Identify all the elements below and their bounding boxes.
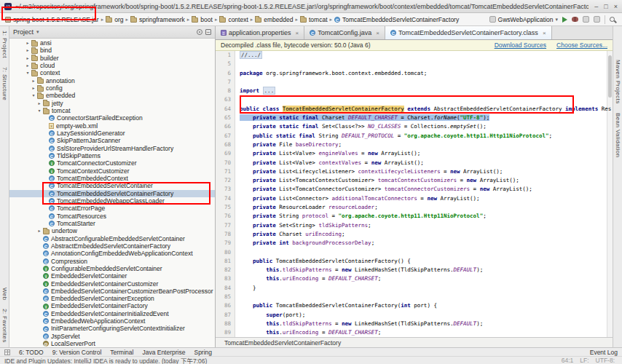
search-icon[interactable] [610, 17, 615, 22]
tree-item-embeddedservletcontainercustomizerbeanpostprocessor[interactable]: CEmbeddedServletContainerCustomizerBeanP… [9, 288, 215, 295]
tool-window-button-1-project[interactable]: 1: Project [1, 26, 8, 63]
tree-item-tomcatembeddedcontext[interactable]: CTomcatEmbeddedContext [9, 175, 215, 182]
code-token: emptySet [450, 123, 476, 130]
tree-toggle-icon[interactable]: ▸ [30, 77, 37, 84]
tool-window-button-7-structure[interactable]: 7: Structure [1, 63, 8, 105]
tool-windows-icon[interactable] [4, 349, 10, 355]
code-line-content: private static final Charset DEFAULT_CHA… [240, 114, 489, 121]
breadcrumb-item-embedded[interactable]: embedded [253, 15, 294, 24]
tool-window-button-2-favorites[interactable]: 2: Favorites [1, 304, 8, 347]
breadcrumb-item-tomcatembeddedservletcontainerfactory[interactable]: CTomcatEmbeddedServletContainerFactory [333, 15, 460, 24]
tree-item-embeddedservletcontainercustomizer[interactable]: IEmbeddedServletContainerCustomizer [9, 280, 215, 288]
tree-item-tldskippatterns[interactable]: CTldSkipPatterns [9, 152, 215, 159]
tree-item-ansi[interactable]: ▸ansi [9, 39, 215, 47]
tab-close-icon[interactable]: × [376, 30, 379, 36]
tree-toggle-icon[interactable]: ▸ [24, 62, 31, 69]
tree-toggle-icon[interactable]: ▾ [30, 92, 37, 99]
tree-item-undertow[interactable]: ▸undertow [9, 227, 215, 234]
code-text [235, 60, 613, 68]
banner-link-choose-sources[interactable]: Choose Sources... [556, 41, 607, 49]
tree-toggle-icon[interactable]: ▸ [36, 227, 43, 234]
tree-item-embedded[interactable]: ▾embedded [9, 92, 215, 99]
tree-item-configurableembeddedservletcontainer[interactable]: IConfigurableEmbeddedServletContainer [9, 265, 215, 272]
tree-item-bind[interactable]: ▸bind [9, 47, 215, 54]
line-number: 1 [216, 51, 235, 60]
breadcrumb-item-springframework[interactable]: springframework [129, 15, 186, 24]
tree-item-tomcaterrorpage[interactable]: CTomcatErrorPage [9, 205, 215, 212]
breadcrumb-item-context[interactable]: context [218, 15, 249, 24]
tree-toggle-icon[interactable]: ▸ [24, 39, 31, 47]
tree-item-sslstoreproviderurlstreamhandlerfactory[interactable]: CSslStoreProviderUrlStreamHandlerFactory [9, 145, 215, 152]
code-token: DEFAULT_CHARSET [328, 329, 378, 336]
tree-item-embeddedservletcontainerfactory[interactable]: IEmbeddedServletContainerFactory [9, 302, 215, 309]
run-configuration-select[interactable]: GwsWebApplication ▾ [489, 16, 558, 23]
tree-item-embeddedservletcontainerexception[interactable]: CEmbeddedServletContainerException [9, 295, 215, 302]
tree-item-empty-web-xml[interactable]: xempty-web.xml [9, 122, 215, 130]
tree-item-tomcat[interactable]: ▾tomcat [9, 107, 215, 114]
tree-item-tomcatembeddedservletcontainer[interactable]: CTomcatEmbeddedServletContainer [9, 182, 215, 189]
tree-item-tomcatstarter[interactable]: CTomcatStarter [9, 220, 215, 227]
run-button[interactable] [562, 17, 567, 23]
tree-item-tomcatcontextcustomizer[interactable]: ITomcatContextCustomizer [9, 167, 215, 175]
breadcrumb-item-spring-boot-1-5-2-release-jar[interactable]: spring-boot-1.5.2.RELEASE.jar [4, 15, 101, 24]
tree-toggle-icon[interactable]: ▸ [24, 47, 31, 54]
tree-item-builder[interactable]: ▸builder [9, 55, 215, 62]
editor-tab-tomcatconfig-java[interactable]: CTomcatConfig.java× [304, 26, 385, 39]
tree-toggle-icon[interactable]: ▸ [24, 55, 31, 62]
debug-button[interactable] [572, 17, 578, 22]
tree-toggle-icon[interactable]: ▸ [30, 84, 37, 92]
collapse-all-icon[interactable]: – [205, 29, 211, 35]
tree-item-skippatternjarscanner[interactable]: CSkipPatternJarScanner [9, 137, 215, 144]
tree-item-annotation[interactable]: ▸annotation [9, 77, 215, 84]
tool-window-button-bean-validation[interactable]: Bean Validation [615, 108, 621, 162]
tool-window-button-6-todo[interactable]: 6: TODO [19, 349, 44, 356]
tree-toggle-icon[interactable]: ▾ [36, 107, 43, 114]
close-icon[interactable]: × [614, 3, 618, 10]
tree-item-annotationconfigembeddedwebapplicationcontext[interactable]: CAnnotationConfigEmbeddedWebApplicationC… [9, 250, 215, 257]
tree-item-connectorstartfailedexception[interactable]: CConnectorStartFailedException [9, 114, 215, 122]
tool-window-button-java-enterprise[interactable]: Java Enterprise [142, 349, 185, 356]
tree-item-embeddedwebapplicationcontext[interactable]: CEmbeddedWebApplicationContext [9, 317, 215, 325]
tool-window-button-9-version-control[interactable]: 9: Version Control [52, 349, 102, 356]
tree-item-embeddedservletcontainerinitializedevent[interactable]: CEmbeddedServletContainerInitializedEven… [9, 310, 215, 317]
tree-item-cloud[interactable]: ▸cloud [9, 62, 215, 69]
banner-link-download-sources[interactable]: Download Sources [495, 41, 546, 49]
tree-item-initparameterconfiguringservletcontextinitializer[interactable]: CInitParameterConfiguringServletContextI… [9, 325, 215, 332]
tree-toggle-icon[interactable]: ▸ [36, 100, 43, 107]
editor-tab-tomcatembeddedservletcontainerfactory-class[interactable]: CTomcatEmbeddedServletContainerFactory.c… [385, 26, 552, 39]
tree-item-tomcatresources[interactable]: CTomcatResources [9, 213, 215, 220]
stop-button[interactable] [594, 16, 600, 23]
tool-window-button-spring[interactable]: Spring [194, 349, 212, 356]
tree-item-embeddedservletcontainer[interactable]: IEmbeddedServletContainer [9, 272, 215, 280]
tree-item-compression[interactable]: CCompression [9, 258, 215, 265]
breadcrumb-item-boot[interactable]: boot [190, 15, 214, 24]
gear-icon[interactable] [197, 29, 202, 35]
breadcrumb-item-tomcat[interactable]: tomcat [299, 15, 329, 24]
chevron-down-icon[interactable]: ▾ [36, 29, 39, 35]
tree-item-abstractembeddedservletcontainerfactory[interactable]: CAbstractEmbeddedServletContainerFactory [9, 242, 215, 250]
code-editor[interactable]: 1//.../56package org.springframework.boo… [216, 51, 613, 337]
tab-close-icon[interactable]: × [296, 30, 299, 36]
editor-breadcrumb-item[interactable]: TomcatEmbeddedServletContainerFactory [224, 339, 341, 347]
minimize-icon[interactable]: – [594, 3, 598, 10]
coverage-button[interactable] [583, 16, 589, 23]
event-log-button[interactable]: Event Log [590, 349, 618, 356]
tree-item-abstractconfigurableembeddedservletcontainer[interactable]: CAbstractConfigurableEmbeddedServletCont… [9, 235, 215, 242]
tab-close-icon[interactable]: × [543, 30, 546, 36]
breadcrumb-item-org[interactable]: org [104, 15, 125, 24]
tree-item-config[interactable]: ▸config [9, 84, 215, 92]
tool-window-button-maven-projects[interactable]: Maven Projects [615, 55, 621, 108]
tree-item-context[interactable]: ▾context [9, 69, 215, 76]
tree-toggle-icon[interactable]: ▾ [24, 69, 31, 76]
tree-item-jetty[interactable]: ▸jetty [9, 100, 215, 107]
tree-item-tomcatembeddedservletcontainerfactory[interactable]: CTomcatEmbeddedServletContainerFactory [9, 190, 215, 197]
tree-item-lazysessionidgenerator[interactable]: CLazySessionIdGenerator [9, 130, 215, 137]
tree-item-localserverport[interactable]: @LocalServerPort [9, 340, 215, 347]
editor-tab-application-properties[interactable]: ≡application.properties× [216, 26, 304, 39]
tool-window-button-web[interactable]: Web [1, 283, 8, 305]
tree-item-tomcatembeddedwebappclassloader[interactable]: CTomcatEmbeddedWebappClassLoader [9, 197, 215, 205]
tree-item-jspservlet[interactable]: CJspServlet [9, 333, 215, 340]
tool-window-button-terminal[interactable]: Terminal [110, 349, 133, 356]
tree-item-tomcatconnectorcustomizer[interactable]: ITomcatConnectorCustomizer [9, 159, 215, 167]
maximize-icon[interactable]: □ [604, 3, 607, 10]
